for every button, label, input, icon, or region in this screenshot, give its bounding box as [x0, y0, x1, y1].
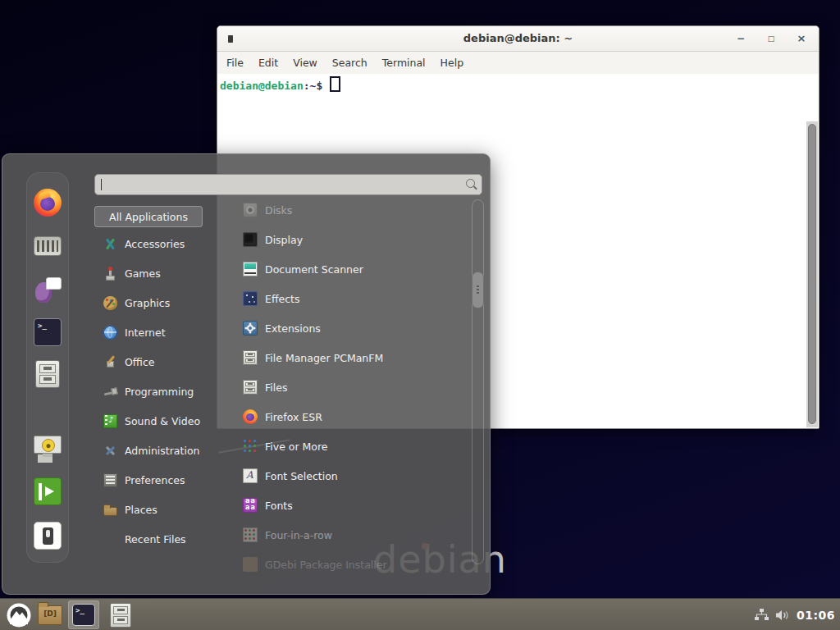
font-selection-icon	[243, 468, 258, 483]
app-label: GDebi Package Installer	[265, 559, 387, 571]
favorite-cabinet-button[interactable]	[34, 360, 62, 388]
terminal-scrollbar-thumb[interactable]	[808, 124, 816, 424]
app-list: DisksDisplayDocument ScannerEffectsExten…	[239, 195, 472, 579]
favorite-pidgin-button[interactable]	[34, 276, 62, 304]
cabinet-icon	[35, 360, 60, 388]
system-tray: 01:06	[755, 599, 835, 630]
app-five-or-more[interactable]: Five or More	[239, 431, 472, 461]
accessories-icon	[103, 237, 117, 251]
app-effects[interactable]: Effects	[239, 284, 472, 313]
keyboard-icon	[34, 236, 62, 256]
text-caret	[101, 179, 102, 190]
app-gdebi-package-installer[interactable]: GDebi Package Installer	[239, 550, 472, 579]
file-cabinet-icon	[110, 603, 131, 628]
menu-button[interactable]	[3, 600, 34, 629]
favorites-column	[26, 172, 69, 563]
terminal-scrollbar[interactable]	[806, 121, 818, 427]
category-recent-files[interactable]: Recent Files	[94, 524, 239, 554]
app-firefox-esr[interactable]: Firefox ESR	[239, 402, 472, 431]
category-label: Preferences	[125, 474, 185, 486]
app-file-manager-pcmanfm[interactable]: File Manager PCManFM	[239, 343, 472, 372]
category-label: Graphics	[125, 297, 170, 309]
pidgin-icon	[34, 276, 62, 304]
app-list-scrollbar-thumb[interactable]	[472, 272, 484, 308]
app-label: Disks	[265, 204, 292, 217]
desktop: debian debian@debian: ~ − □ × FileEditVi…	[0, 0, 840, 630]
lock-icon	[34, 436, 62, 454]
favorite-keyboard-button[interactable]	[34, 232, 62, 260]
favorite-lock-button[interactable]	[34, 434, 62, 462]
menubar-item-terminal[interactable]: Terminal	[382, 57, 426, 69]
prompt-user: debian@debian	[220, 80, 304, 92]
volume-icon[interactable]	[775, 609, 790, 621]
app-fonts[interactable]: Fonts	[239, 491, 472, 520]
category-games[interactable]: Games	[94, 258, 239, 288]
category-label: Programming	[125, 386, 194, 398]
disks-icon	[243, 203, 258, 217]
app-label: Firefox ESR	[265, 411, 322, 423]
files-taskbar-button[interactable]	[105, 600, 136, 629]
menubar-item-search[interactable]: Search	[332, 57, 368, 69]
terminal-taskbar-button[interactable]	[68, 600, 99, 629]
app-display[interactable]: Display	[239, 225, 472, 254]
category-internet[interactable]: Internet	[94, 317, 239, 347]
all-applications-button[interactable]: All Applications	[94, 206, 203, 227]
favorite-terminal-button[interactable]	[34, 318, 62, 346]
app-list-scrollbar-track[interactable]	[472, 199, 484, 564]
menubar-item-view[interactable]: View	[293, 57, 317, 69]
app-document-scanner[interactable]: Document Scanner	[239, 254, 472, 284]
app-extensions[interactable]: Extensions	[239, 313, 472, 343]
programming-icon	[103, 385, 117, 399]
minimize-button[interactable]: −	[735, 26, 746, 51]
category-sound-video[interactable]: Sound & Video	[94, 406, 239, 436]
app-font-selection[interactable]: Font Selection	[239, 461, 472, 491]
category-office[interactable]: Office	[94, 347, 239, 377]
search-input[interactable]	[95, 175, 482, 194]
app-label: Extensions	[265, 322, 321, 335]
category-preferences[interactable]: Preferences	[94, 465, 239, 495]
category-places[interactable]: Places	[94, 495, 239, 524]
terminal-menubar: FileEditViewSearchTerminalHelp	[217, 52, 819, 74]
prompt-tail: :~$	[304, 80, 322, 92]
app-label: Document Scanner	[265, 263, 363, 276]
app-label: Font Selection	[265, 470, 338, 482]
menubar-item-edit[interactable]: Edit	[258, 57, 278, 69]
category-administration[interactable]: Administration	[94, 436, 239, 465]
clock[interactable]: 01:06	[797, 609, 835, 622]
extensions-icon	[243, 321, 258, 336]
administration-icon	[103, 444, 117, 458]
folder-icon: [D]	[38, 605, 62, 625]
close-button[interactable]: ×	[796, 26, 807, 51]
file-manager-button[interactable]: [D]	[34, 600, 66, 629]
favorite-logout-button[interactable]	[34, 477, 62, 505]
app-label: Files	[265, 381, 287, 394]
app-disks[interactable]: Disks	[239, 195, 472, 225]
category-accessories[interactable]: Accessories	[94, 229, 239, 258]
category-label: Internet	[125, 326, 166, 339]
category-label: Recent Files	[125, 533, 186, 546]
app-files[interactable]: Files	[239, 372, 472, 402]
category-programming[interactable]: Programming	[94, 377, 239, 406]
games-icon	[103, 267, 117, 281]
five-or-more-icon	[243, 439, 258, 454]
app-four-in-a-row[interactable]: Four-in-a-row	[239, 520, 472, 550]
favorite-firefox-button[interactable]	[34, 189, 62, 217]
window-controls: − □ ×	[735, 26, 807, 51]
terminal-cursor	[330, 76, 340, 92]
app-label: Five or More	[265, 441, 328, 453]
favorite-shutdown-button[interactable]	[34, 522, 62, 550]
gdebi-icon	[243, 557, 258, 572]
app-label: Display	[265, 234, 303, 246]
terminal-titlebar[interactable]: debian@debian: ~ − □ ×	[217, 26, 819, 52]
network-icon[interactable]	[755, 609, 769, 621]
maximize-button[interactable]: □	[765, 26, 777, 51]
app-label: File Manager PCManFM	[265, 352, 383, 364]
graphics-icon	[103, 296, 117, 310]
display-icon	[243, 232, 258, 247]
menubar-item-help[interactable]: Help	[441, 57, 464, 69]
application-menu: All Applications AccessoriesGamesGraphic…	[2, 153, 491, 595]
effects-icon	[243, 291, 258, 306]
menubar-item-file[interactable]: File	[226, 57, 244, 69]
terminal-icon	[34, 318, 62, 346]
category-graphics[interactable]: Graphics	[94, 288, 239, 317]
